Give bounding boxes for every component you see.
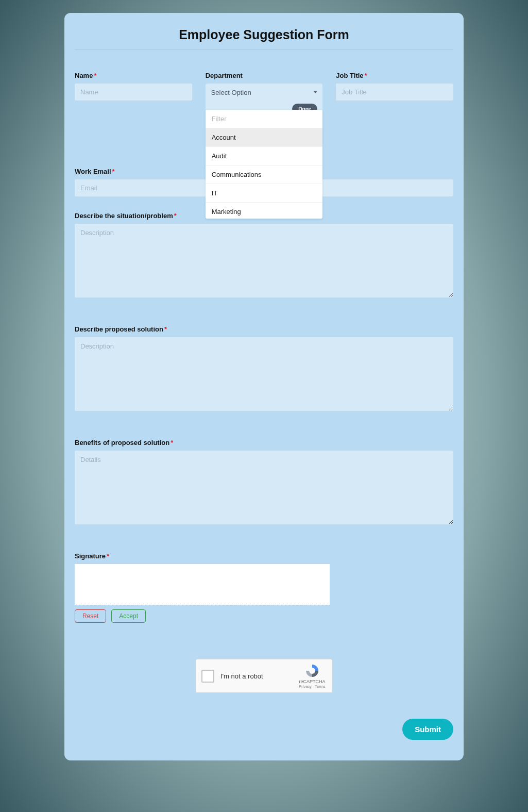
dropdown-option[interactable]: Marketing [206, 203, 323, 219]
field-solution: Describe proposed solution* [75, 325, 453, 413]
recaptcha-brand: reCAPTCHA [298, 679, 327, 684]
label-signature: Signature* [75, 552, 453, 560]
dropdown-option[interactable]: Audit [206, 147, 323, 165]
department-select[interactable]: Select Option [206, 84, 323, 102]
recaptcha-checkbox[interactable] [201, 670, 214, 683]
dropdown-option[interactable]: Account [206, 128, 323, 147]
submit-row: Submit [75, 719, 453, 740]
recaptcha-icon [304, 663, 320, 678]
recaptcha-widget: I'm not a robot reCAPTCHA Privacy - Term… [196, 659, 332, 693]
benefits-textarea[interactable] [75, 451, 453, 524]
label-solution: Describe proposed solution* [75, 325, 453, 333]
label-benefits: Benefits of proposed solution* [75, 439, 453, 446]
required-mark: * [365, 72, 367, 79]
recaptcha-container: I'm not a robot reCAPTCHA Privacy - Term… [75, 659, 453, 693]
required-mark: * [171, 439, 173, 446]
row-top: Name* Department Select Option Done Filt… [75, 72, 453, 119]
solution-textarea[interactable] [75, 337, 453, 411]
accept-button[interactable]: Accept [111, 609, 146, 623]
required-mark: * [107, 552, 109, 560]
field-signature: Signature* Reset Accept [75, 552, 453, 623]
submit-button[interactable]: Submit [402, 719, 453, 740]
form-title: Employee Suggestion Form [75, 27, 453, 50]
job-title-input[interactable] [336, 84, 453, 101]
department-dropdown-panel: Filter Account Audit Communications IT M… [206, 110, 323, 219]
situation-textarea[interactable] [75, 224, 453, 297]
label-job-title-text: Job Title [336, 72, 363, 79]
required-mark: * [112, 168, 115, 175]
required-mark: * [164, 325, 167, 333]
required-mark: * [174, 212, 177, 220]
dropdown-option[interactable]: IT [206, 184, 323, 203]
field-department: Department Select Option Done Filter Acc… [206, 72, 323, 119]
label-signature-text: Signature [75, 552, 106, 560]
required-mark: * [94, 72, 96, 79]
label-name-text: Name [75, 72, 93, 79]
field-name: Name* [75, 72, 192, 119]
recaptcha-label: I'm not a robot [220, 672, 298, 680]
dropdown-filter-input[interactable]: Filter [206, 110, 323, 128]
label-department: Department [206, 72, 323, 79]
chevron-down-icon [313, 91, 317, 93]
signature-pad[interactable] [75, 564, 330, 605]
field-benefits: Benefits of proposed solution* [75, 439, 453, 526]
field-job-title: Job Title* [336, 72, 453, 119]
dropdown-option[interactable]: Communications [206, 165, 323, 184]
label-name: Name* [75, 72, 192, 79]
recaptcha-badge: reCAPTCHA Privacy - Terms [298, 663, 327, 689]
label-work-email-text: Work Email [75, 168, 111, 175]
department-selected-text: Select Option [211, 89, 251, 96]
label-job-title: Job Title* [336, 72, 453, 79]
field-situation: Describe the situation/problem* [75, 212, 453, 300]
name-input[interactable] [75, 84, 192, 101]
label-situation-text: Describe the situation/problem [75, 212, 173, 220]
recaptcha-links[interactable]: Privacy - Terms [298, 684, 327, 689]
reset-button[interactable]: Reset [75, 609, 106, 623]
signature-buttons: Reset Accept [75, 609, 453, 623]
dropdown-list[interactable]: Account Audit Communications IT Marketin… [206, 128, 323, 219]
label-solution-text: Describe proposed solution [75, 325, 163, 333]
label-benefits-text: Benefits of proposed solution [75, 439, 169, 446]
form-card: Employee Suggestion Form Name* Departmen… [64, 13, 464, 760]
